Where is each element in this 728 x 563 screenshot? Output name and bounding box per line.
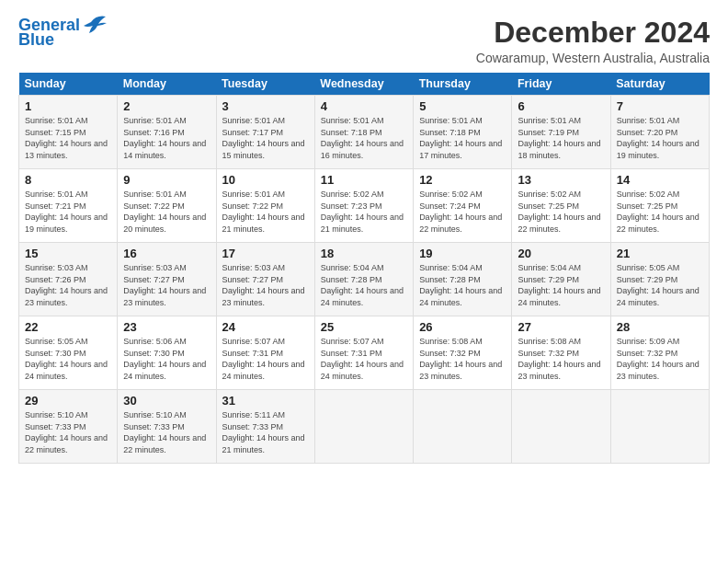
calendar-cell [314, 390, 413, 464]
day-info: Sunrise: 5:05 AMSunset: 7:29 PMDaylight:… [617, 263, 700, 307]
day-header-monday: Monday [118, 73, 216, 96]
calendar-title: December 2024 [476, 17, 710, 49]
day-info: Sunrise: 5:01 AMSunset: 7:18 PMDaylight:… [419, 116, 502, 160]
calendar-cell: 2Sunrise: 5:01 AMSunset: 7:16 PMDaylight… [118, 96, 216, 169]
calendar-cell: 26Sunrise: 5:08 AMSunset: 7:32 PMDayligh… [414, 316, 512, 390]
logo-bird-icon [82, 15, 108, 35]
calendar-cell: 21Sunrise: 5:05 AMSunset: 7:29 PMDayligh… [610, 243, 709, 316]
day-number: 8 [25, 173, 111, 187]
calendar-cell [414, 390, 512, 464]
day-info: Sunrise: 5:02 AMSunset: 7:25 PMDaylight:… [617, 190, 700, 234]
day-number: 27 [518, 320, 604, 334]
calendar-cell: 8Sunrise: 5:01 AMSunset: 7:21 PMDaylight… [19, 169, 118, 243]
logo: General Blue [18, 17, 108, 50]
day-number: 23 [123, 320, 210, 334]
day-number: 15 [25, 247, 111, 260]
calendar-table: SundayMondayTuesdayWednesdayThursdayFrid… [18, 73, 710, 464]
title-block: December 2024 Cowaramup, Western Austral… [476, 17, 710, 65]
day-info: Sunrise: 5:02 AMSunset: 7:23 PMDaylight:… [321, 190, 404, 234]
day-info: Sunrise: 5:08 AMSunset: 7:32 PMDaylight:… [419, 337, 502, 381]
calendar-cell: 12Sunrise: 5:02 AMSunset: 7:24 PMDayligh… [414, 169, 512, 243]
calendar-cell: 30Sunrise: 5:10 AMSunset: 7:33 PMDayligh… [118, 390, 216, 464]
day-number: 7 [617, 99, 703, 113]
calendar-cell: 16Sunrise: 5:03 AMSunset: 7:27 PMDayligh… [118, 243, 216, 316]
day-number: 2 [123, 99, 210, 113]
calendar-cell: 29Sunrise: 5:10 AMSunset: 7:33 PMDayligh… [19, 390, 118, 464]
day-number: 18 [321, 247, 407, 260]
day-number: 22 [25, 320, 111, 334]
day-number: 16 [123, 247, 210, 260]
calendar-cell: 24Sunrise: 5:07 AMSunset: 7:31 PMDayligh… [216, 316, 314, 390]
calendar-cell [512, 390, 610, 464]
calendar-cell: 4Sunrise: 5:01 AMSunset: 7:18 PMDaylight… [314, 96, 413, 169]
calendar-cell: 25Sunrise: 5:07 AMSunset: 7:31 PMDayligh… [314, 316, 413, 390]
calendar-week-row: 1Sunrise: 5:01 AMSunset: 7:15 PMDaylight… [19, 96, 710, 169]
day-info: Sunrise: 5:01 AMSunset: 7:22 PMDaylight:… [123, 190, 206, 234]
day-number: 3 [222, 99, 309, 113]
day-header-saturday: Saturday [610, 73, 709, 96]
day-info: Sunrise: 5:04 AMSunset: 7:28 PMDaylight:… [419, 263, 502, 307]
day-info: Sunrise: 5:04 AMSunset: 7:29 PMDaylight:… [518, 263, 600, 307]
calendar-week-row: 29Sunrise: 5:10 AMSunset: 7:33 PMDayligh… [19, 390, 710, 464]
day-info: Sunrise: 5:01 AMSunset: 7:18 PMDaylight:… [321, 116, 404, 160]
day-number: 12 [419, 173, 506, 187]
calendar-cell: 22Sunrise: 5:05 AMSunset: 7:30 PMDayligh… [19, 316, 118, 390]
calendar-cell: 10Sunrise: 5:01 AMSunset: 7:22 PMDayligh… [216, 169, 314, 243]
calendar-cell: 23Sunrise: 5:06 AMSunset: 7:30 PMDayligh… [118, 316, 216, 390]
day-number: 1 [25, 99, 111, 113]
calendar-cell: 11Sunrise: 5:02 AMSunset: 7:23 PMDayligh… [314, 169, 413, 243]
day-info: Sunrise: 5:02 AMSunset: 7:25 PMDaylight:… [518, 190, 600, 234]
day-number: 26 [419, 320, 506, 334]
day-info: Sunrise: 5:07 AMSunset: 7:31 PMDaylight:… [321, 337, 404, 381]
calendar-cell: 18Sunrise: 5:04 AMSunset: 7:28 PMDayligh… [314, 243, 413, 316]
calendar-cell: 19Sunrise: 5:04 AMSunset: 7:28 PMDayligh… [414, 243, 512, 316]
day-info: Sunrise: 5:01 AMSunset: 7:22 PMDaylight:… [222, 190, 305, 234]
calendar-cell: 5Sunrise: 5:01 AMSunset: 7:18 PMDaylight… [414, 96, 512, 169]
logo-text2: Blue [18, 31, 54, 50]
day-info: Sunrise: 5:01 AMSunset: 7:21 PMDaylight:… [25, 190, 108, 234]
day-number: 24 [222, 320, 309, 334]
day-number: 13 [518, 173, 604, 187]
day-info: Sunrise: 5:03 AMSunset: 7:27 PMDaylight:… [123, 263, 206, 307]
day-info: Sunrise: 5:04 AMSunset: 7:28 PMDaylight:… [321, 263, 404, 307]
day-info: Sunrise: 5:05 AMSunset: 7:30 PMDaylight:… [25, 337, 108, 381]
day-number: 5 [419, 99, 506, 113]
calendar-cell: 20Sunrise: 5:04 AMSunset: 7:29 PMDayligh… [512, 243, 610, 316]
calendar-subtitle: Cowaramup, Western Australia, Australia [476, 51, 710, 65]
page: General Blue December 2024 Cowaramup, We… [0, 0, 728, 563]
calendar-cell: 17Sunrise: 5:03 AMSunset: 7:27 PMDayligh… [216, 243, 314, 316]
day-number: 6 [518, 99, 604, 113]
day-info: Sunrise: 5:10 AMSunset: 7:33 PMDaylight:… [123, 410, 206, 454]
calendar-cell: 31Sunrise: 5:11 AMSunset: 7:33 PMDayligh… [216, 390, 314, 464]
calendar-week-row: 15Sunrise: 5:03 AMSunset: 7:26 PMDayligh… [19, 243, 710, 316]
day-info: Sunrise: 5:10 AMSunset: 7:33 PMDaylight:… [25, 410, 108, 454]
day-number: 25 [321, 320, 407, 334]
calendar-cell: 28Sunrise: 5:09 AMSunset: 7:32 PMDayligh… [610, 316, 709, 390]
day-info: Sunrise: 5:01 AMSunset: 7:15 PMDaylight:… [25, 116, 108, 160]
day-info: Sunrise: 5:07 AMSunset: 7:31 PMDaylight:… [222, 337, 305, 381]
day-number: 19 [419, 247, 506, 260]
day-number: 9 [123, 173, 210, 187]
day-number: 29 [25, 394, 111, 408]
calendar-cell: 15Sunrise: 5:03 AMSunset: 7:26 PMDayligh… [19, 243, 118, 316]
calendar-cell: 1Sunrise: 5:01 AMSunset: 7:15 PMDaylight… [19, 96, 118, 169]
day-info: Sunrise: 5:06 AMSunset: 7:30 PMDaylight:… [123, 337, 206, 381]
day-number: 21 [617, 247, 703, 260]
day-number: 4 [321, 99, 407, 113]
day-number: 31 [222, 394, 309, 408]
calendar-cell: 7Sunrise: 5:01 AMSunset: 7:20 PMDaylight… [610, 96, 709, 169]
day-info: Sunrise: 5:02 AMSunset: 7:24 PMDaylight:… [419, 190, 502, 234]
day-header-sunday: Sunday [19, 73, 118, 96]
calendar-cell: 14Sunrise: 5:02 AMSunset: 7:25 PMDayligh… [610, 169, 709, 243]
day-header-tuesday: Tuesday [216, 73, 314, 96]
day-header-friday: Friday [512, 73, 610, 96]
day-number: 10 [222, 173, 309, 187]
calendar-cell: 6Sunrise: 5:01 AMSunset: 7:19 PMDaylight… [512, 96, 610, 169]
day-header-thursday: Thursday [414, 73, 512, 96]
day-header-wednesday: Wednesday [314, 73, 413, 96]
days-header-row: SundayMondayTuesdayWednesdayThursdayFrid… [19, 73, 710, 96]
day-info: Sunrise: 5:01 AMSunset: 7:20 PMDaylight:… [617, 116, 700, 160]
day-number: 11 [321, 173, 407, 187]
calendar-cell: 13Sunrise: 5:02 AMSunset: 7:25 PMDayligh… [512, 169, 610, 243]
day-number: 30 [123, 394, 210, 408]
